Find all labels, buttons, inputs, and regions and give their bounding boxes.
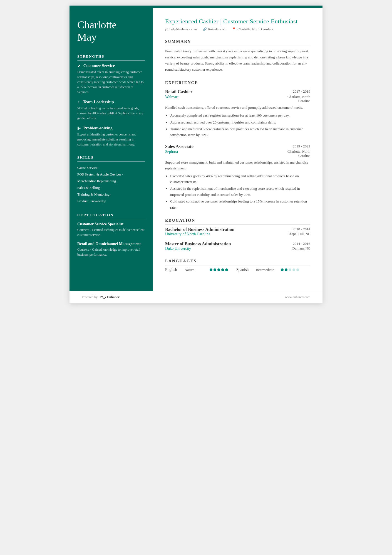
dot-s2	[285, 268, 287, 271]
location-icon: 📍	[232, 27, 236, 31]
exp-company-line-1: Walmart Charlotte, NorthCarolina	[165, 95, 310, 103]
exp-bullet-1-1: Accurately completed cash register trans…	[170, 112, 310, 118]
skill-4: Sales & Selling ·	[77, 184, 145, 191]
exp-bullets-1: Accurately completed cash register trans…	[165, 112, 310, 138]
edu-header-1: Bachelor of Business Administration 2010…	[165, 227, 310, 232]
cert-title-2: Retail and Omnichannel Management	[77, 242, 145, 246]
strength-title-3: ⊫ Problem-solving	[77, 126, 145, 131]
sidebar: Charlotte May STRENGTHS ✔ Customer Servi…	[70, 8, 153, 291]
email-text: help@enhancv.com	[170, 27, 197, 31]
exp-bullet-1-2: Addressed and resolved over 20 customer …	[170, 119, 310, 125]
footer: Powered by Enhancv www.enhancv.com	[70, 291, 322, 303]
puzzle-icon: ⊫	[77, 126, 81, 131]
language-english: English Native	[165, 268, 228, 272]
edu-item-2: Master of Business Administration 2014 -…	[165, 241, 310, 251]
exp-bullet-2-2: Assisted in the replenishment of merchan…	[170, 186, 310, 198]
brand-name: Enhancv	[107, 295, 120, 299]
exp-header-2: Sales Associate 2019 - 2021	[165, 144, 310, 149]
logo-svg	[100, 295, 106, 299]
contact-line: @ help@enhancv.com 🔗 linkedin.com 📍 Char…	[165, 27, 310, 31]
exp-bullet-1-3: Trained and mentored 5 new cashiers on b…	[170, 126, 310, 138]
strength-item-3: ⊫ Problem-solving Expert at identifying …	[77, 126, 145, 147]
summary-title: SUMMARY	[165, 39, 310, 46]
exp-role-2: Sales Associate	[165, 144, 193, 149]
edu-location-1: Chapel Hill, NC	[287, 232, 310, 236]
summary-text: Passionate Beauty Enthusiast with over 4…	[165, 48, 310, 73]
edu-dates-1: 2010 - 2014	[293, 227, 310, 231]
dot-s1	[281, 268, 284, 271]
edu-school-1: University of North Carolina	[165, 232, 210, 236]
experience-item-2: Sales Associate 2019 - 2021 Sephora Char…	[165, 144, 310, 210]
skill-3: Merchandise Replenishing ·	[77, 178, 145, 184]
edu-school-line-2: Duke University Durham, NC	[165, 246, 310, 251]
dot-s3	[289, 268, 291, 271]
exp-company-2: Sephora	[165, 150, 178, 154]
dot-s5	[296, 268, 299, 271]
exp-company-line-2: Sephora Charlotte, NorthCarolina	[165, 150, 310, 158]
experience-section: EXPERIENCE Retail Cashier 2017 - 2019 Wa…	[165, 80, 310, 210]
cert-item-2: Retail and Omnichannel Management Course…	[77, 242, 145, 257]
edu-header-2: Master of Business Administration 2014 -…	[165, 241, 310, 246]
lang-dots-english	[210, 268, 228, 271]
lang-dots-spanish	[281, 268, 299, 271]
edu-dates-2: 2014 - 2016	[293, 241, 310, 246]
exp-location-2: Charlotte, NorthCarolina	[287, 150, 310, 158]
edu-location-2: Durham, NC	[292, 246, 310, 251]
dot-e3	[217, 268, 220, 271]
dot-e5	[225, 268, 228, 271]
exp-dates-2: 2019 - 2021	[293, 144, 310, 149]
strength-title-2: ♀ Team Leadership	[77, 100, 145, 105]
exp-bullets-2: Exceeded sales goals by 40% by recommend…	[165, 173, 310, 211]
skill-6: Product Knowledge	[77, 198, 145, 204]
language-spanish: Spanish Intermediate	[236, 268, 299, 272]
top-bar	[70, 6, 322, 8]
lang-level-spanish: Intermediate	[256, 268, 278, 272]
skill-5: Training & Mentoring ·	[77, 191, 145, 198]
powered-by-text: Powered by	[82, 295, 98, 299]
exp-desc-2: Supported store management, built and ma…	[165, 160, 310, 171]
exp-location-1: Charlotte, NorthCarolina	[287, 95, 310, 103]
strength-item-2: ♀ Team Leadership Skilled in leading tea…	[77, 100, 145, 121]
enhancv-logo: Enhancv	[100, 295, 120, 299]
cert-title-1: Customer Service Specialist	[77, 222, 145, 226]
strength-desc-3: Expert at identifying customer concerns …	[77, 132, 145, 147]
dot-e4	[221, 268, 224, 271]
location-text: Charlotte, North Carolina	[237, 27, 273, 31]
email-icon: @	[165, 27, 168, 31]
footer-right: www.enhancv.com	[285, 295, 310, 299]
languages-row: English Native Spanish Intermediate	[165, 268, 310, 272]
dot-e1	[210, 268, 212, 271]
skills-title: SKILLS	[77, 155, 145, 162]
skill-2: POS System & Apple Devices ·	[77, 171, 145, 178]
cert-desc-2: Coursera - Gained knowledge to improve r…	[77, 247, 145, 257]
edu-school-line-1: University of North Carolina Chapel Hill…	[165, 232, 310, 236]
education-section: EDUCATION Bachelor of Business Administr…	[165, 218, 310, 251]
exp-desc-1: Handled cash transactions, offered court…	[165, 105, 310, 111]
experience-title: EXPERIENCE	[165, 80, 310, 87]
experience-item-1: Retail Cashier 2017 - 2019 Walmart Charl…	[165, 89, 310, 138]
linkedin-icon: 🔗	[203, 27, 207, 31]
footer-left: Powered by Enhancv	[82, 295, 120, 299]
email-contact: @ help@enhancv.com	[165, 27, 197, 31]
main-header: Experienced Cashier | Customer Service E…	[165, 18, 310, 31]
strengths-section: STRENGTHS ✔ Customer Service Demonstrate…	[77, 54, 145, 147]
edu-degree-2: Master of Business Administration	[165, 241, 231, 246]
dot-e2	[214, 268, 216, 271]
name-line1: Charlotte	[77, 19, 116, 31]
cert-desc-1: Coursera - Learned techniques to deliver…	[77, 227, 145, 237]
name-line2: May	[77, 31, 97, 43]
exp-dates-1: 2017 - 2019	[293, 89, 310, 94]
languages-section: LANGUAGES English Native	[165, 259, 310, 272]
exp-bullet-2-1: Exceeded sales goals by 40% by recommend…	[170, 173, 310, 185]
summary-section: SUMMARY Passionate Beauty Enthusiast wit…	[165, 39, 310, 73]
certification-section: CERTIFICATION Customer Service Specialis…	[77, 213, 145, 257]
education-title: EDUCATION	[165, 218, 310, 225]
linkedin-contact: 🔗 linkedin.com	[203, 27, 227, 31]
resume-wrapper: Charlotte May STRENGTHS ✔ Customer Servi…	[70, 6, 322, 303]
exp-bullet-2-3: Cultivated constructive customer relatio…	[170, 198, 310, 210]
lang-name-english: English	[165, 268, 182, 272]
edu-degree-1: Bachelor of Business Administration	[165, 227, 234, 232]
strength-desc-1: Demonstrated talent in building strong c…	[77, 70, 145, 95]
edu-item-1: Bachelor of Business Administration 2010…	[165, 227, 310, 236]
lang-level-english: Native	[185, 268, 207, 272]
